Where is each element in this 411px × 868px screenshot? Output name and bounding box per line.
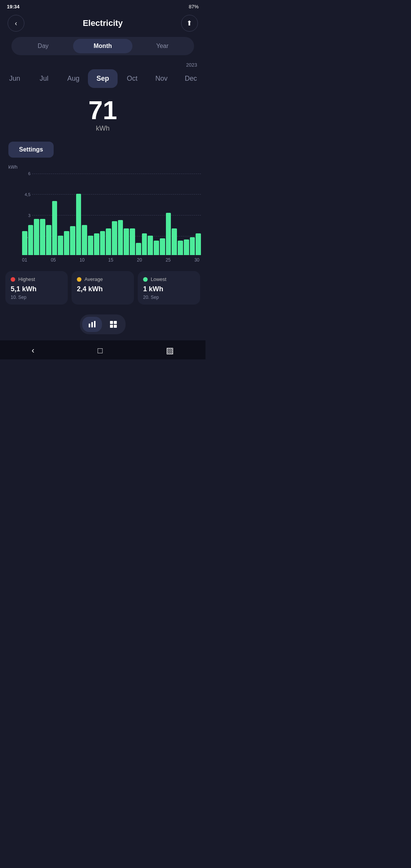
- bar-12: [88, 236, 93, 255]
- bar-15: [106, 228, 111, 255]
- bar-11: [82, 225, 87, 255]
- stat-lowest-header: Lowest: [143, 276, 195, 282]
- month-sep[interactable]: Sep: [88, 69, 117, 88]
- bar-6: [52, 201, 57, 255]
- month-jul[interactable]: Jul: [29, 69, 59, 88]
- month-nav: Jun Jul Aug Sep Oct Nov Dec: [0, 69, 206, 93]
- lowest-dot: [143, 277, 148, 282]
- bar-7: [58, 236, 63, 255]
- lowest-date: 20. Sep: [143, 295, 195, 300]
- chart-x-labels: 01 05 10 15 20 25 30: [8, 255, 201, 263]
- month-jun[interactable]: Jun: [0, 69, 29, 88]
- chart-y-label: kWh: [8, 164, 201, 170]
- energy-unit: kWh: [0, 124, 206, 132]
- month-oct[interactable]: Oct: [118, 69, 147, 88]
- bar-2: [28, 225, 33, 255]
- svg-rect-3: [110, 321, 113, 324]
- x-label-20: 20: [137, 257, 142, 263]
- bar-chart-icon: [88, 320, 97, 329]
- bar-24: [160, 238, 165, 255]
- bar-19: [130, 228, 135, 255]
- bar-22: [148, 236, 153, 255]
- nav-bar: ‹ □ ▨: [0, 340, 206, 359]
- bar-9: [70, 226, 75, 255]
- bar-20: [136, 243, 141, 255]
- month-nav-inner: Jun Jul Aug Sep Oct Nov Dec: [0, 69, 206, 88]
- bar-21: [142, 233, 147, 255]
- bar-27: [178, 241, 183, 255]
- bar-26: [172, 228, 177, 255]
- energy-display: 71 kWh: [0, 93, 206, 135]
- status-right: 87%: [189, 4, 199, 10]
- bar-17: [118, 220, 123, 255]
- month-dec[interactable]: Dec: [176, 69, 206, 88]
- bar-13: [94, 233, 99, 255]
- stat-average: Average 2,4 kWh: [72, 271, 134, 305]
- grid-view-tab[interactable]: [104, 317, 123, 332]
- average-label: Average: [84, 276, 103, 282]
- bar-14: [100, 231, 105, 255]
- lowest-label: Lowest: [151, 276, 166, 282]
- chart-container: kWh 6 4,5 3 1,5: [0, 158, 206, 263]
- bar-29: [190, 237, 195, 255]
- bar-25: [166, 213, 171, 255]
- share-button[interactable]: ⬆: [181, 15, 198, 32]
- bottom-tab-group: [80, 314, 126, 334]
- grid-label-6: 6: [20, 171, 30, 176]
- x-label-30: 30: [194, 257, 199, 263]
- bar-28: [184, 239, 189, 255]
- highest-label: Highest: [18, 276, 35, 282]
- grid-view-icon: [109, 320, 118, 329]
- stat-highest: Highest 5,1 kWh 10. Sep: [5, 271, 68, 305]
- month-nov[interactable]: Nov: [147, 69, 176, 88]
- bars-area: [22, 183, 201, 255]
- bar-16: [112, 221, 117, 255]
- bar-4: [40, 219, 45, 255]
- stat-average-header: Average: [77, 276, 129, 282]
- month-aug[interactable]: Aug: [59, 69, 88, 88]
- x-label-15: 15: [108, 257, 113, 263]
- bar-chart-tab[interactable]: [82, 317, 102, 332]
- battery-label: 87%: [189, 4, 199, 10]
- period-selector: Day Month Year: [11, 37, 194, 55]
- stat-highest-header: Highest: [11, 276, 62, 282]
- svg-rect-6: [114, 325, 117, 328]
- nav-recents-button[interactable]: ▨: [166, 346, 174, 356]
- bar-5: [46, 225, 51, 255]
- header: ‹ Electricity ⬆: [0, 12, 206, 37]
- nav-back-button[interactable]: ‹: [32, 346, 34, 356]
- settings-button[interactable]: Settings: [8, 142, 54, 158]
- highest-date: 10. Sep: [11, 295, 62, 300]
- highest-value: 5,1 kWh: [11, 285, 62, 293]
- x-label-05: 05: [51, 257, 56, 263]
- bar-10: [76, 194, 81, 255]
- lowest-value: 1 kWh: [143, 285, 195, 293]
- bar-18: [124, 228, 129, 255]
- page-title: Electricity: [83, 18, 123, 28]
- bar-23: [154, 241, 159, 255]
- chart-area: 6 4,5 3 1,5: [8, 171, 201, 255]
- period-day-button[interactable]: Day: [13, 39, 73, 53]
- svg-rect-1: [91, 322, 93, 327]
- status-bar: 19:34 87%: [0, 0, 206, 12]
- highest-dot: [11, 277, 15, 282]
- bar-8: [64, 231, 69, 255]
- x-label-25: 25: [166, 257, 170, 263]
- svg-rect-2: [94, 321, 96, 327]
- stat-lowest: Lowest 1 kWh 20. Sep: [138, 271, 200, 305]
- x-label-01: 01: [22, 257, 27, 263]
- average-dot: [77, 277, 81, 282]
- grid-line-6: [32, 174, 201, 174]
- nav-home-button[interactable]: □: [98, 346, 103, 356]
- bar-3: [34, 219, 39, 255]
- energy-number: 71: [0, 97, 206, 123]
- period-month-button[interactable]: Month: [73, 39, 133, 53]
- svg-rect-4: [114, 321, 117, 324]
- period-year-button[interactable]: Year: [132, 39, 192, 53]
- svg-rect-5: [110, 325, 113, 328]
- back-button[interactable]: ‹: [8, 15, 24, 32]
- bottom-tabs: [0, 311, 206, 340]
- average-value: 2,4 kWh: [77, 285, 129, 293]
- year-label: 2023: [0, 62, 206, 68]
- bar-1: [22, 231, 27, 255]
